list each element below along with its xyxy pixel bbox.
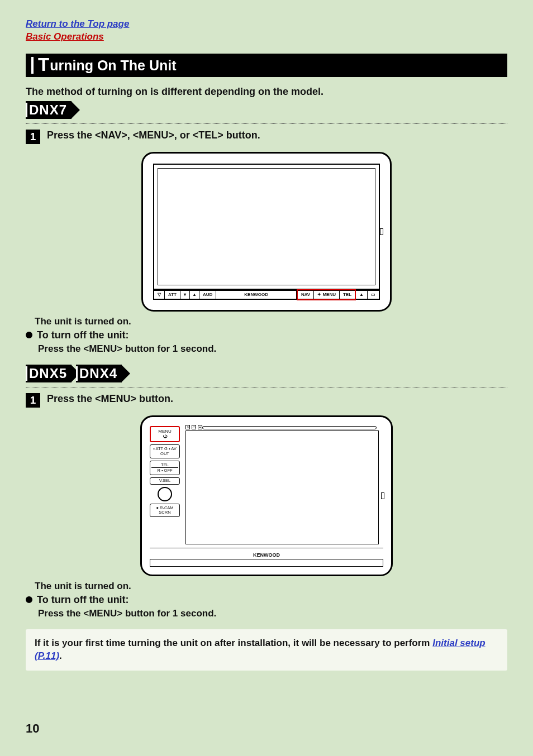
device-base bbox=[150, 559, 383, 567]
divider bbox=[26, 387, 507, 387]
result-text-dnx54: The unit is turned on. bbox=[35, 581, 507, 592]
sub-heading-turn-off-dnx54: To turn off the unit: bbox=[26, 594, 507, 606]
att-button: ATT bbox=[165, 291, 180, 299]
down-button: ▾ bbox=[180, 291, 190, 299]
eject-icon: ▽ bbox=[154, 291, 165, 299]
device-screen bbox=[185, 430, 379, 544]
note-lead: If it is your first time turning the uni… bbox=[35, 638, 432, 648]
badge-dnx7: DNX7 bbox=[26, 101, 72, 119]
note-tail: . bbox=[59, 650, 62, 661]
device-screen bbox=[158, 168, 375, 285]
reset-button-icon bbox=[380, 228, 383, 235]
step-1-dnx7: 1 Press the <NAV>, <MENU>, or <TEL> butt… bbox=[26, 130, 507, 144]
result-text-dnx7: The unit is turned on. bbox=[35, 316, 507, 327]
disc-slot: ▽▭▲ bbox=[185, 425, 379, 430]
sub-heading-turn-off-dnx7: To turn off the unit: bbox=[26, 329, 507, 341]
sub-body-dnx7: Press the <MENU> button for 1 second. bbox=[38, 343, 507, 355]
title-first-letter: T bbox=[38, 54, 49, 77]
bullet-icon bbox=[26, 332, 32, 338]
up-button: ▴ bbox=[190, 291, 199, 299]
device-side-buttons: MENU ⏻ • ATT G • AV OUT TEL R • OFF V.SE… bbox=[150, 426, 180, 547]
model-badge-group-dnx7: DNX7 bbox=[26, 101, 507, 119]
top-link-block: Return to the Top page Basic Operations bbox=[26, 18, 507, 44]
section-heading-bar: T urning On The Unit bbox=[26, 54, 507, 77]
badge-dnx5: DNX5 bbox=[26, 365, 72, 382]
rcam-scrn-button: ● R-CAM SCRN bbox=[150, 504, 180, 518]
avout-button: • ATT G • AV OUT bbox=[150, 444, 180, 458]
step-1-dnx54: 1 Press the <MENU> button. bbox=[26, 393, 507, 408]
volume-knob-icon bbox=[158, 487, 172, 501]
model-badge-group-dnx54: DNX5 DNX4 bbox=[26, 365, 507, 382]
aud-button: AUD bbox=[199, 291, 216, 299]
screen-button: ▭ bbox=[368, 291, 379, 299]
step-number-badge: 1 bbox=[26, 393, 40, 408]
device-illustration-dnx54: ▽▭▲ MENU ⏻ • ATT G • AV OUT TEL R • OFF … bbox=[140, 415, 393, 576]
device-button-panel: ▽ ATT ▾ ▴ AUD KENWOOD NAV ✦ MENU TEL ▲ ▭ bbox=[153, 290, 380, 300]
device-illustration-dnx7: ▽ ATT ▾ ▴ AUD KENWOOD NAV ✦ MENU TEL ▲ ▭ bbox=[141, 152, 392, 312]
tel-button: TEL R • OFF bbox=[150, 461, 180, 476]
note-box: If it is your first time turning the uni… bbox=[26, 629, 507, 671]
menu-button: ✦ MENU bbox=[314, 290, 340, 299]
link-basic-operations[interactable]: Basic Operations bbox=[26, 31, 507, 44]
tel-button: TEL bbox=[340, 290, 355, 299]
title-rest: urning On The Unit bbox=[50, 54, 176, 77]
divider bbox=[26, 123, 507, 124]
badge-dnx4: DNX4 bbox=[76, 365, 122, 382]
brand-label: KENWOOD bbox=[216, 291, 297, 299]
step-instruction: Press the <MENU> button. bbox=[47, 393, 173, 405]
highlighted-button-group: NAV ✦ MENU TEL bbox=[297, 289, 356, 300]
menu-button-highlighted: MENU ⏻ bbox=[150, 426, 180, 443]
step-number-badge: 1 bbox=[26, 130, 40, 144]
link-return-top[interactable]: Return to the Top page bbox=[26, 18, 507, 31]
step-instruction: Press the <NAV>, <MENU>, or <TEL> button… bbox=[47, 130, 260, 141]
eject2-button: ▲ bbox=[356, 291, 368, 299]
intro-text: The method of turning on is different de… bbox=[26, 86, 507, 98]
vsel-label: V.SEL bbox=[150, 477, 180, 484]
reset-button-icon bbox=[381, 492, 384, 499]
brand-label: KENWOOD bbox=[150, 548, 383, 558]
page-number: 10 bbox=[26, 721, 39, 736]
sub-body-dnx54: Press the <MENU> button for 1 second. bbox=[38, 608, 507, 619]
section-title: T urning On The Unit bbox=[38, 54, 177, 77]
heading-rule-icon bbox=[31, 57, 34, 74]
bullet-icon bbox=[26, 596, 32, 603]
sub-heading-text: To turn off the unit: bbox=[37, 329, 129, 341]
nav-button: NAV bbox=[298, 290, 314, 299]
sub-heading-text: To turn off the unit: bbox=[37, 594, 129, 606]
